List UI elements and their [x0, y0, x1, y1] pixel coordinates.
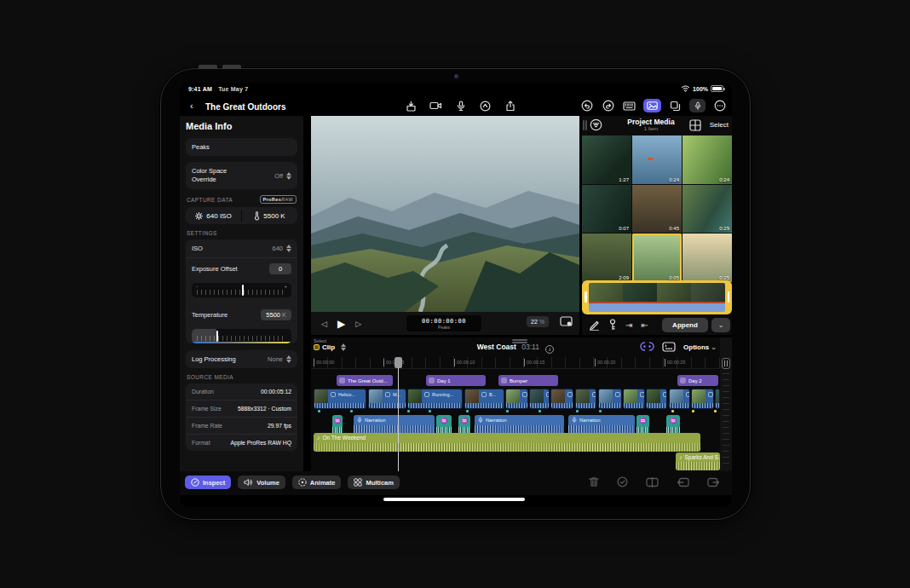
camera-button[interactable] — [429, 99, 443, 112]
more-button[interactable] — [712, 99, 727, 112]
grid-view-button[interactable] — [689, 119, 701, 133]
video-clip[interactable]: Running... — [407, 389, 463, 409]
volume-button[interactable]: Volume — [238, 476, 285, 489]
animate-button[interactable]: Animate — [292, 476, 342, 489]
append-button[interactable]: Append — [662, 318, 708, 332]
select-button[interactable]: Select — [710, 121, 729, 129]
title-clip[interactable]: Day 2 — [677, 375, 718, 386]
split-clip-icon[interactable] — [646, 477, 659, 489]
video-clip[interactable]: B... — [464, 389, 504, 409]
playhead[interactable] — [398, 357, 399, 471]
pane-resize-grip[interactable] — [583, 120, 585, 130]
pencil-icon[interactable] — [589, 320, 600, 332]
voiceover-button[interactable] — [689, 99, 706, 112]
playhead-handle[interactable] — [395, 357, 402, 368]
append-options-button[interactable]: ⌄ — [711, 318, 730, 332]
media-thumbnail[interactable]: 0:45 — [632, 185, 682, 233]
timeline-resize-handle[interactable] — [512, 339, 527, 341]
keyframe-key-icon[interactable] — [608, 319, 617, 332]
temperature-slider[interactable] — [192, 329, 291, 343]
slider-handle[interactable] — [242, 285, 244, 296]
insert-at-end-icon[interactable]: ⇥ — [625, 321, 632, 330]
share-button[interactable] — [503, 99, 517, 112]
music-clip[interactable]: ♪ On The Weekend — [314, 433, 700, 452]
title-clip[interactable]: Day 1 — [426, 375, 486, 386]
media-thumbnail[interactable]: 2:09 — [582, 233, 631, 282]
slider-handle[interactable] — [216, 331, 218, 342]
video-clip[interactable] — [646, 389, 667, 409]
media-thumbnail[interactable]: 0:24 — [682, 135, 732, 184]
multicam-button[interactable]: Multicam — [348, 476, 400, 489]
duplicate-button[interactable] — [668, 99, 682, 112]
clip-name-field[interactable]: Peaks — [186, 138, 297, 156]
iso-capture-button[interactable]: 640 ISO — [186, 207, 241, 224]
import-button[interactable] — [404, 99, 418, 112]
step-forward-button[interactable]: ▷ — [355, 320, 361, 328]
video-clip[interactable] — [575, 389, 596, 409]
video-clip[interactable]: M... — [368, 389, 406, 409]
media-thumbnail[interactable]: 0:05 — [632, 233, 682, 282]
clip-height-button[interactable] — [722, 358, 730, 369]
temperature-value-box[interactable]: 5500K — [261, 309, 291, 320]
video-clip[interactable]: Helico... — [314, 389, 366, 409]
iso-row[interactable]: ISO 640 — [186, 239, 297, 257]
microphone-button[interactable] — [453, 99, 468, 112]
stepper-icon — [286, 245, 291, 252]
exposure-value-box[interactable]: 0 — [269, 263, 291, 274]
video-clip[interactable] — [623, 389, 645, 409]
timeline-ruler[interactable]: 00:00:0000:00:0500:00:1000:00:1500:00:20… — [311, 357, 720, 369]
video-clip[interactable] — [598, 389, 622, 409]
viewer-zoom-control[interactable]: 22 % — [527, 316, 549, 327]
clip-checkbox-icon — [686, 392, 690, 397]
video-clip[interactable] — [529, 389, 550, 409]
media-thumbnail[interactable]: 0:29 — [682, 185, 732, 233]
filter-button[interactable] — [590, 118, 602, 133]
media-thumbnail[interactable]: 0:07 — [582, 185, 631, 233]
kelvin-capture-button[interactable]: 5500 K — [242, 207, 297, 224]
media-browser-button[interactable] — [643, 99, 661, 112]
timeline-options-button[interactable]: Options⌄ — [683, 343, 717, 351]
trash-icon[interactable] — [589, 476, 599, 489]
info-icon[interactable]: i — [545, 345, 554, 354]
trim-left-icon[interactable] — [677, 477, 689, 489]
step-backward-button[interactable]: ◁ — [321, 320, 327, 328]
video-clip[interactable] — [550, 389, 573, 409]
home-indicator[interactable] — [383, 498, 525, 501]
selection-mode-dropdown[interactable]: Select Clip — [314, 338, 346, 351]
clip-appearance-button[interactable] — [662, 342, 676, 354]
undo-button[interactable] — [579, 99, 594, 112]
exposure-slider[interactable]: - + — [192, 283, 291, 297]
log-processing-control[interactable]: Log Processing None — [186, 350, 297, 368]
back-button[interactable]: ‹ — [190, 101, 193, 111]
music-clip[interactable]: ♪ Sparks And S... — [676, 453, 720, 470]
trim-right-icon[interactable] — [707, 477, 720, 489]
check-circle-icon[interactable] — [617, 476, 628, 489]
settings-group: ISO 640 Exposure Offset 0 - + — [186, 239, 297, 343]
title-clip[interactable]: The Great Outd... — [337, 375, 393, 386]
insert-at-start-icon[interactable]: ⇤ — [641, 321, 648, 330]
video-viewer[interactable] — [311, 116, 579, 312]
video-clip[interactable] — [691, 389, 714, 409]
redo-button[interactable] — [601, 99, 615, 112]
media-thumbnail[interactable]: 0:25 — [682, 233, 732, 282]
filmstrip-frames — [589, 283, 725, 302]
timeline-zoom-strip[interactable] — [720, 337, 732, 471]
keyboard-icon-button[interactable] — [622, 99, 636, 112]
music-note-icon: ♪ — [679, 454, 682, 460]
play-button[interactable]: ▶ — [337, 318, 345, 330]
title-clip[interactable]: Bumper — [498, 375, 558, 386]
video-clip[interactable] — [505, 389, 528, 409]
media-thumbnail[interactable]: 1:27 — [582, 135, 631, 184]
trim-handle-left[interactable] — [585, 291, 587, 303]
media-thumbnail[interactable]: 0:24 — [632, 135, 682, 184]
live-capture-button[interactable] — [478, 99, 492, 112]
inspect-button[interactable]: Inspect — [185, 476, 231, 489]
clip-connections-icon[interactable] — [640, 341, 654, 354]
trim-handle-right[interactable] — [728, 291, 730, 303]
video-clip[interactable] — [669, 389, 690, 409]
video-frame-mountain-valley — [311, 116, 579, 312]
viewer-options-button[interactable] — [560, 316, 573, 328]
timeline[interactable]: Select Clip West Coast 03:11 i — [311, 337, 720, 471]
selected-clip-filmstrip[interactable] — [582, 280, 732, 314]
color-space-override-control[interactable]: Color Space Override Off — [186, 162, 297, 189]
